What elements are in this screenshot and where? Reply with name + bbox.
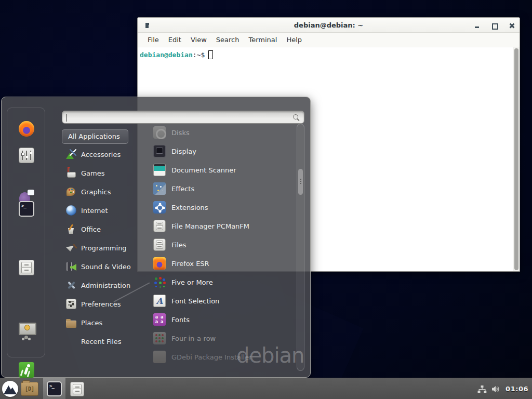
category-internet[interactable]: Internet	[62, 201, 141, 220]
app-row-document-scanner[interactable]: Document Scanner	[146, 161, 295, 179]
category-accessories[interactable]: Accessories	[62, 145, 141, 164]
app-row-file-manager-pcmanfm[interactable]: File Manager PCManFM	[146, 217, 295, 235]
menu-file[interactable]: File	[143, 36, 164, 44]
category-list: Accessories Games Graphics Internet Offi…	[62, 145, 141, 351]
category-label: Accessories	[81, 151, 121, 158]
application-menu: debian All Applications Accessories Game…	[1, 97, 311, 378]
taskbar: [D] 01:06	[0, 378, 532, 399]
search-input[interactable]	[62, 111, 292, 123]
category-label: Sound & Video	[81, 263, 131, 271]
four-in-a-row-icon	[153, 332, 166, 344]
app-row-files[interactable]: Files	[146, 235, 295, 254]
category-label: Administration	[81, 282, 130, 289]
minimize-button[interactable]	[473, 22, 481, 29]
effects-icon	[153, 182, 166, 195]
taskbar-file-manager-launcher[interactable]: [D]	[21, 382, 38, 396]
taskbar-files-launcher[interactable]	[70, 382, 84, 396]
app-row-effects[interactable]: Effects	[146, 179, 295, 198]
app-row-five-or-more[interactable]: Five or More	[146, 273, 295, 291]
category-sound-video[interactable]: Sound & Video	[62, 257, 141, 276]
preferences-icon	[66, 299, 76, 309]
app-row-disks[interactable]: Disks	[146, 123, 295, 142]
category-office[interactable]: Office	[62, 220, 141, 238]
app-list-scrollbar[interactable]	[297, 124, 304, 371]
category-programming[interactable]: Programming	[62, 238, 141, 257]
app-row-extensions[interactable]: Extensions	[146, 198, 295, 217]
office-icon	[66, 224, 76, 234]
programming-icon	[66, 243, 76, 253]
category-label: Office	[81, 225, 101, 233]
app-row-gdebi[interactable]: GDebi Package Installer	[146, 348, 295, 366]
prompt-line: debian@debian:~$	[138, 47, 520, 59]
app-label: Extensions	[171, 204, 208, 211]
app-label: Disks	[171, 129, 190, 137]
app-label: Files	[171, 241, 187, 249]
favorite-firefox-icon[interactable]	[19, 121, 34, 137]
system-tray: 01:06	[477, 378, 532, 399]
prompt-user-host: debian@debian	[140, 51, 193, 59]
app-label: Four-in-a-row	[171, 335, 216, 342]
favorite-file-manager-icon[interactable]	[19, 260, 34, 275]
terminal-scrollbar[interactable]	[513, 47, 520, 271]
app-label: Firefox ESR	[171, 260, 209, 268]
app-label: GDebi Package Installer	[171, 353, 252, 361]
search-box[interactable]	[62, 111, 304, 124]
category-label: Programming	[81, 244, 127, 252]
favorite-control-center-icon[interactable]	[19, 148, 34, 163]
app-row-firefox-esr[interactable]: Firefox ESR	[146, 254, 295, 273]
network-icon[interactable]	[477, 385, 487, 393]
terminal-menubar: File Edit View Search Terminal Help	[138, 33, 520, 47]
fonts-icon	[153, 313, 166, 326]
terminal-icon	[47, 381, 62, 396]
games-icon	[66, 168, 76, 178]
app-label: Font Selection	[171, 297, 219, 305]
close-button[interactable]	[508, 22, 515, 29]
lock-screen-icon[interactable]	[19, 322, 34, 337]
app-row-font-selection[interactable]: Font Selection	[146, 291, 295, 310]
app-row-four-in-a-row[interactable]: Four-in-a-row	[146, 329, 295, 348]
app-list-scrollbar-thumb[interactable]	[298, 169, 303, 195]
menu-view[interactable]: View	[186, 36, 211, 44]
favorite-terminal-icon[interactable]	[19, 201, 34, 217]
firefox-icon	[153, 257, 166, 270]
terminal-titlebar[interactable]: debian@debian: ~	[138, 18, 520, 33]
display-icon	[153, 145, 166, 157]
category-places[interactable]: Places	[62, 313, 141, 332]
taskbar-clock[interactable]: 01:06	[506, 385, 528, 393]
files-icon	[153, 238, 166, 251]
menu-terminal[interactable]: Terminal	[244, 36, 282, 44]
file-manager-icon	[153, 220, 166, 232]
category-recent-files[interactable]: Recent Files	[62, 332, 141, 351]
category-graphics[interactable]: Graphics	[62, 182, 141, 201]
logout-icon[interactable]	[19, 362, 34, 378]
category-preferences[interactable]: Preferences	[62, 295, 141, 313]
app-row-fonts[interactable]: Fonts	[146, 310, 295, 329]
app-label: Document Scanner	[171, 166, 236, 174]
category-games[interactable]: Games	[62, 164, 141, 182]
menu-button[interactable]	[2, 381, 18, 397]
category-all-applications[interactable]: All Applications	[62, 129, 128, 144]
graphics-icon	[66, 187, 76, 197]
terminal-scrollbar-thumb[interactable]	[514, 48, 518, 270]
terminal-cursor	[208, 50, 213, 59]
menu-help[interactable]: Help	[282, 36, 307, 44]
category-label: All Applications	[68, 132, 120, 140]
desktop: { "desktop": { "watermark": "debian" }, …	[0, 0, 532, 399]
category-label: Games	[81, 169, 104, 177]
menu-edit[interactable]: Edit	[164, 36, 186, 44]
taskbar-terminal-window-button[interactable]	[43, 378, 65, 399]
category-label: Recent Files	[81, 338, 122, 345]
folder-badge: [D]	[25, 386, 34, 392]
search-icon	[292, 113, 300, 122]
prompt-path: :~$	[193, 51, 205, 59]
category-administration[interactable]: Administration	[62, 276, 141, 295]
disks-icon	[153, 126, 166, 139]
accessories-icon	[66, 149, 76, 159]
volume-icon[interactable]	[491, 385, 501, 393]
maximize-button[interactable]	[490, 22, 498, 29]
menu-search[interactable]: Search	[211, 36, 244, 44]
administration-tools-icon	[66, 280, 76, 290]
gdebi-icon	[153, 351, 166, 363]
app-row-display[interactable]: Display	[146, 142, 295, 161]
terminal-window-title: debian@debian: ~	[138, 18, 520, 33]
